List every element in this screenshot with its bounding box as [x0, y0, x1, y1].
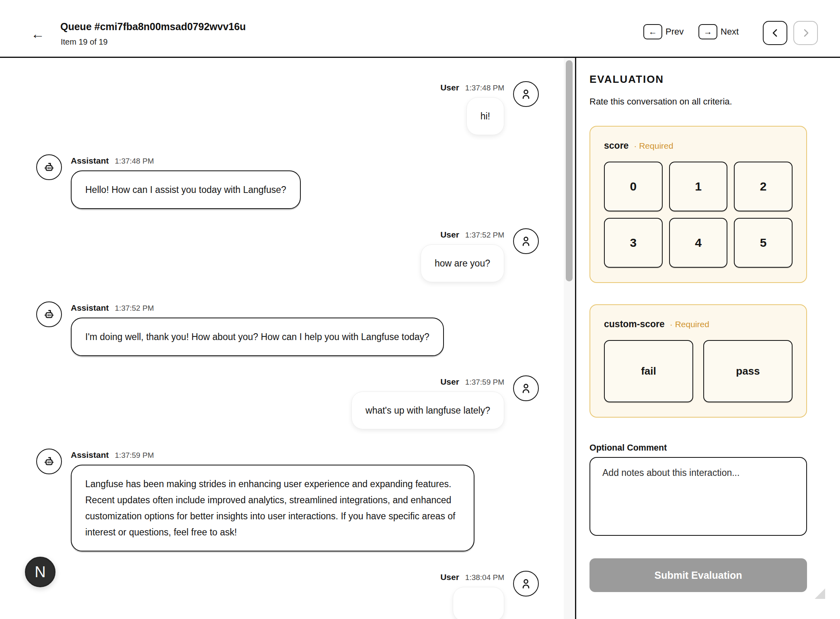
option-button-0[interactable]: 0: [604, 162, 663, 211]
criterion-options: failpass: [604, 340, 793, 402]
message-role: User: [440, 572, 459, 582]
user-icon: [520, 88, 532, 100]
arrow-right-key-icon: →: [698, 24, 717, 39]
criterion-name: custom-score: [604, 319, 665, 330]
chevron-right-icon: [801, 28, 811, 38]
message-role: Assistant: [71, 450, 109, 460]
required-badge: · Required: [634, 141, 673, 151]
option-button-pass[interactable]: pass: [703, 340, 793, 402]
message-role: User: [440, 230, 459, 240]
back-button[interactable]: ←: [29, 25, 47, 43]
message-list: User 1:37:48 PM hi! Assistant 1:37:48 PM…: [0, 58, 564, 619]
avatar: [36, 301, 62, 327]
chat-bubble: what's up with langfuse lately?: [351, 391, 504, 429]
user-icon: [520, 577, 532, 590]
chat-bubble: Langfuse has been making strides in enha…: [71, 465, 474, 551]
chat-message: Assistant 1:37:48 PM Hello! How can I as…: [36, 156, 539, 209]
option-button-1[interactable]: 1: [669, 162, 728, 211]
criterion-card: custom-score · Required failpass: [589, 304, 807, 418]
n-logo-icon: N: [35, 564, 45, 581]
option-button-3[interactable]: 3: [604, 218, 663, 268]
message-role: Assistant: [71, 156, 109, 166]
criterion-card: score · Required 012345: [589, 126, 807, 283]
bot-icon: [43, 455, 55, 468]
arrow-left-key-icon: ←: [643, 24, 662, 39]
nextjs-dev-badge[interactable]: N: [25, 557, 55, 587]
message-timestamp: 1:37:48 PM: [465, 84, 504, 92]
bot-icon: [43, 161, 55, 174]
evaluation-subheading: Rate this conversation on all criteria.: [589, 96, 807, 107]
evaluation-panel: EVALUATION Rate this conversation on all…: [589, 58, 807, 592]
chat-message: User 1:38:04 PM: [36, 572, 539, 619]
panel-divider: [575, 58, 576, 619]
message-timestamp: 1:38:04 PM: [465, 573, 504, 582]
chat-bubble: Hello! How can I assist you today with L…: [71, 170, 301, 209]
chat-bubble: hi!: [466, 97, 504, 135]
arrow-left-icon: ←: [31, 26, 45, 41]
chat-message: Assistant 1:37:52 PM I'm doing well, tha…: [36, 303, 539, 356]
chat-message: User 1:37:52 PM how are you?: [36, 230, 539, 282]
annotation-queue-page: ← Queue #cmi7fba8n00msad0792wvv16u Item …: [0, 0, 840, 619]
avatar: [36, 154, 62, 180]
page-title: Queue #cmi7fba8n00msad0792wvv16u: [60, 21, 246, 33]
avatar: [513, 571, 539, 596]
header: ← Queue #cmi7fba8n00msad0792wvv16u Item …: [0, 0, 840, 57]
chat-message: User 1:37:59 PM what's up with langfuse …: [36, 377, 539, 429]
chat-bubble: I'm doing well, thank you! How about you…: [71, 318, 444, 356]
chat-bubble: [453, 587, 504, 619]
option-button-2[interactable]: 2: [734, 162, 793, 211]
required-badge: · Required: [670, 320, 709, 329]
avatar: [513, 81, 539, 107]
prev-label: Prev: [665, 27, 684, 37]
message-timestamp: 1:37:59 PM: [115, 451, 154, 460]
avatar: [36, 449, 62, 474]
chat-message: Assistant 1:37:59 PM Langfuse has been m…: [36, 450, 539, 551]
option-button-fail[interactable]: fail: [604, 340, 693, 402]
criterion-name: score: [604, 140, 628, 151]
next-label: Next: [721, 27, 739, 37]
comment-input[interactable]: [589, 457, 807, 536]
message-role: Assistant: [71, 303, 109, 313]
chat-bubble: how are you?: [421, 244, 504, 282]
message-timestamp: 1:37:59 PM: [465, 378, 504, 387]
criteria-list: score · Required 012345 custom-score · R…: [589, 126, 807, 418]
option-button-4[interactable]: 4: [669, 218, 728, 268]
message-timestamp: 1:37:52 PM: [115, 304, 154, 313]
conversation-view: User 1:37:48 PM hi! Assistant 1:37:48 PM…: [0, 58, 564, 619]
evaluation-heading: EVALUATION: [589, 73, 807, 86]
message-timestamp: 1:37:48 PM: [115, 157, 154, 166]
collapse-panel-button[interactable]: [763, 21, 787, 45]
bot-icon: [43, 308, 55, 321]
avatar: [513, 228, 539, 254]
resize-handle[interactable]: [815, 588, 825, 599]
submit-evaluation-button[interactable]: Submit Evaluation: [589, 558, 807, 592]
next-item-button[interactable]: → Next: [698, 24, 739, 39]
message-role: User: [440, 83, 459, 92]
option-button-5[interactable]: 5: [734, 218, 793, 268]
expand-panel-button[interactable]: [793, 21, 818, 45]
item-counter: Item 19 of 19: [61, 37, 108, 47]
user-icon: [520, 382, 532, 395]
comment-label: Optional Comment: [589, 443, 807, 453]
criterion-options: 012345: [604, 162, 793, 268]
chat-message: User 1:37:48 PM hi!: [36, 83, 539, 135]
message-timestamp: 1:37:52 PM: [465, 231, 504, 240]
chevron-left-icon: [770, 28, 780, 38]
prev-item-button[interactable]: ← Prev: [643, 24, 684, 39]
avatar: [513, 375, 539, 401]
user-icon: [520, 235, 532, 248]
message-role: User: [440, 377, 459, 387]
scrollbar-thumb[interactable]: [566, 60, 573, 281]
